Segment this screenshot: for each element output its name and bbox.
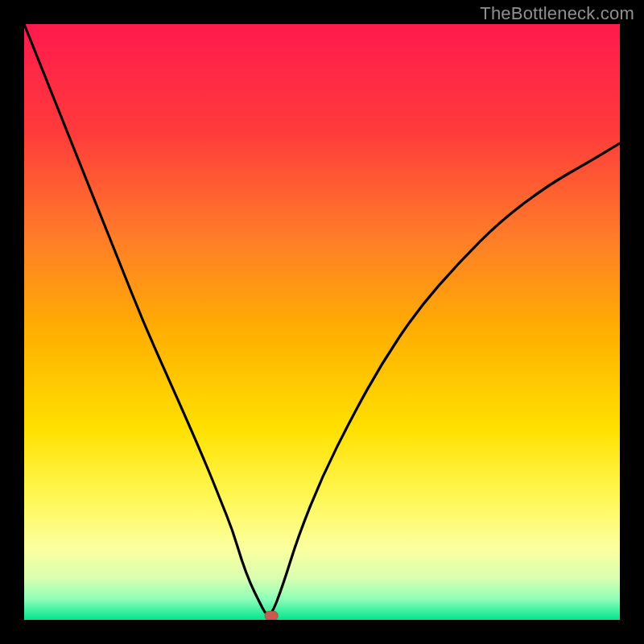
plot-area bbox=[24, 24, 620, 620]
bottleneck-chart bbox=[24, 24, 620, 620]
optimum-marker bbox=[265, 611, 278, 620]
chart-frame: TheBottleneck.com bbox=[0, 0, 644, 644]
gradient-background bbox=[24, 24, 620, 620]
watermark-text: TheBottleneck.com bbox=[480, 3, 634, 24]
